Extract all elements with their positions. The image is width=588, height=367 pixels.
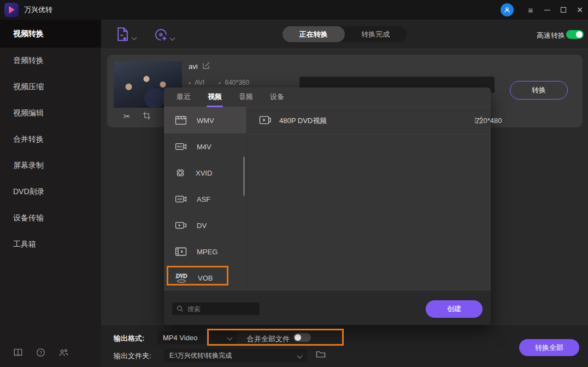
add-disc-icon[interactable]	[154, 28, 168, 43]
popup-tab-video[interactable]: 视频	[204, 88, 226, 107]
manual-book-icon[interactable]	[13, 348, 23, 357]
menu-icon[interactable]: ≡	[522, 0, 539, 20]
svg-text:?: ?	[39, 350, 42, 356]
tab-converted[interactable]: 转换完成	[345, 26, 407, 42]
preset-name: 480P DVD视频	[279, 116, 327, 126]
close-button[interactable]: ×	[572, 0, 588, 20]
app-logo-icon	[4, 3, 19, 17]
format-search[interactable]	[172, 302, 260, 315]
preset-row[interactable]: 480P DVD视频 720*480	[247, 107, 491, 135]
add-disc-dropdown-icon[interactable]	[170, 35, 175, 40]
sidebar-item-merge-convert[interactable]: 合并转换	[0, 126, 101, 153]
popup-tab-recent[interactable]: 最近	[173, 88, 195, 107]
mpeg-filmstrip-icon	[175, 247, 187, 257]
rename-edit-icon[interactable]	[202, 61, 210, 71]
create-button[interactable]: 创建	[426, 300, 483, 318]
format-list-scrollbar[interactable]	[243, 156, 245, 196]
search-icon	[177, 305, 184, 312]
file-format: AVI	[195, 79, 204, 86]
format-item-xvid[interactable]: XVID	[164, 160, 246, 186]
sidebar-item-device-transfer[interactable]: 设备传输	[0, 205, 101, 231]
file-meta: AVI 640*360	[189, 79, 249, 86]
sidebar-footer: ?	[13, 348, 69, 357]
svg-text:M4V: M4V	[177, 145, 183, 148]
file-name: avi	[189, 62, 198, 71]
sidebar-item-audio-convert[interactable]: 音频转换	[0, 48, 101, 74]
sidebar-item-video-compress[interactable]: 视频压缩	[0, 74, 101, 100]
fast-convert-label: 高速转换	[537, 31, 565, 40]
xvid-petals-icon	[175, 167, 186, 178]
chevron-down-icon	[297, 353, 303, 358]
output-format-label: 输出格式:	[114, 334, 144, 343]
format-item-dv[interactable]: DV	[164, 212, 246, 238]
footer-bar: 输出格式: MP4 Video 合并全部文件 输出文件夹: E:\万兴优转\转换…	[101, 325, 588, 367]
format-popup: 最近 视频 音频 设备 WMV M4V M4V	[164, 88, 491, 325]
format-item-asf[interactable]: ASF ASF	[164, 186, 246, 212]
output-folder-label: 输出文件夹:	[114, 351, 151, 361]
popup-bottom-bar: 创建	[164, 290, 491, 325]
dv-camera-icon	[175, 220, 187, 230]
format-popup-tabs: 最近 视频 音频 设备	[164, 88, 491, 107]
output-folder-dropdown[interactable]: E:\万兴优转\转换完成	[164, 349, 307, 362]
tab-converting[interactable]: 正在转换	[283, 26, 345, 42]
titlebar: 万兴优转 ≡ ×	[0, 0, 588, 20]
fast-convert-toggle[interactable]	[566, 30, 584, 39]
chevron-down-icon	[227, 335, 233, 340]
sidebar-item-dvd-burn[interactable]: DVD刻录	[0, 179, 101, 205]
m4v-badge-icon: M4V	[175, 142, 187, 152]
merge-all-toggle[interactable]	[293, 333, 311, 342]
clapperboard-icon	[175, 115, 187, 125]
minimize-button[interactable]	[539, 0, 555, 20]
format-item-mpeg[interactable]: MPEG	[164, 238, 246, 265]
maximize-button[interactable]	[555, 0, 572, 20]
format-item-wmv[interactable]: WMV	[164, 107, 246, 133]
asf-badge-icon: ASF	[175, 194, 187, 204]
popup-tab-audio[interactable]: 音频	[235, 88, 257, 107]
app-window: 万兴优转 ≡ × 视频转换 音频转换 视频压缩 视频编辑 合并转换 屏幕录制 D…	[0, 0, 588, 367]
crop-icon[interactable]	[143, 112, 151, 121]
merge-all-label: 合并全部文件	[247, 334, 290, 344]
status-tabs: 正在转换 转换完成	[283, 26, 407, 42]
dvd-disc-icon: DVD	[175, 273, 188, 283]
convert-button[interactable]: 转换	[510, 81, 568, 100]
output-format-dropdown[interactable]: MP4 Video	[157, 331, 237, 344]
format-item-vob[interactable]: DVD VOB	[164, 265, 246, 291]
sidebar-item-toolbox[interactable]: 工具箱	[0, 231, 101, 258]
file-resolution: 640*360	[225, 79, 249, 86]
video-preset-icon	[259, 115, 272, 127]
svg-text:DVD: DVD	[175, 273, 187, 279]
convert-all-button[interactable]: 转换全部	[519, 339, 579, 356]
add-file-icon[interactable]	[116, 27, 130, 43]
app-title: 万兴优转	[24, 5, 52, 15]
format-list: WMV M4V M4V XVID	[164, 107, 247, 290]
trim-scissors-icon[interactable]: ✂	[124, 112, 131, 121]
user-avatar[interactable]	[501, 3, 514, 16]
popup-tab-device[interactable]: 设备	[266, 88, 288, 107]
sidebar-item-video-edit[interactable]: 视频编辑	[0, 100, 101, 126]
add-file-dropdown-icon[interactable]	[132, 34, 137, 40]
search-input[interactable]	[187, 305, 248, 313]
toolbar: 正在转换 转换完成 高速转换	[101, 20, 588, 49]
svg-text:ASF: ASF	[177, 198, 183, 201]
format-item-m4v[interactable]: M4V M4V	[164, 133, 246, 160]
sidebar-item-screen-record[interactable]: 屏幕录制	[0, 153, 101, 179]
help-icon[interactable]: ?	[36, 348, 45, 357]
community-icon[interactable]	[58, 348, 69, 357]
sidebar: 视频转换 音频转换 视频压缩 视频编辑 合并转换 屏幕录制 DVD刻录 设备传输…	[0, 20, 101, 367]
sidebar-item-video-convert[interactable]: 视频转换	[0, 20, 101, 48]
open-folder-icon[interactable]	[316, 350, 326, 360]
preset-edit-icon[interactable]	[474, 115, 483, 126]
